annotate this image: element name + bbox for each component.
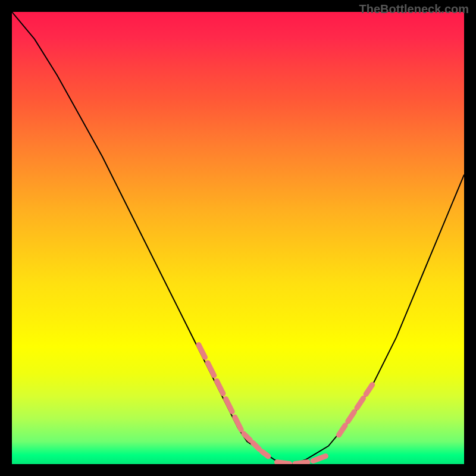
watermark-text: TheBottleneck.com: [359, 2, 469, 16]
chart-plot-area: [12, 12, 464, 464]
chart-background-gradient: [12, 12, 464, 464]
